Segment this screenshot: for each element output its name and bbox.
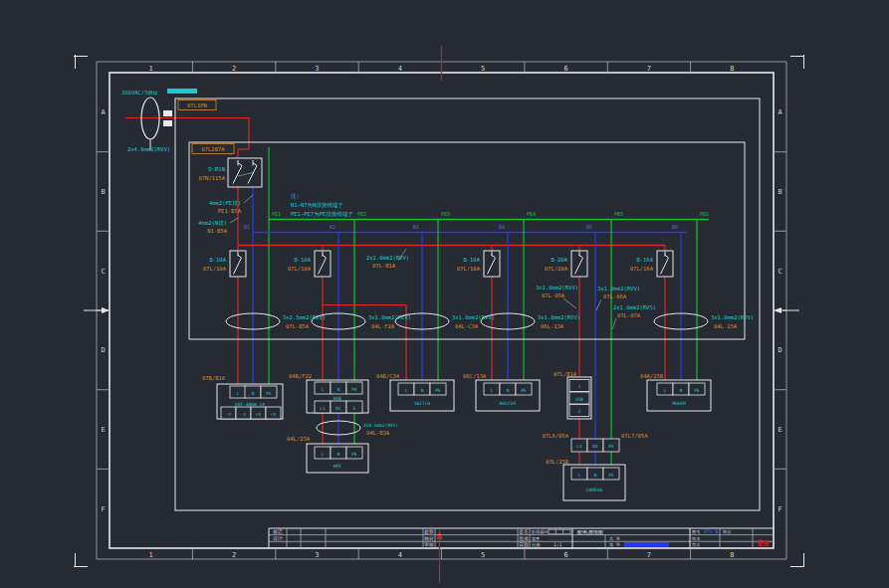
terminal-label: USB	[575, 397, 583, 402]
zone-number: 4	[398, 65, 402, 73]
pe-bus-label: PE1	[272, 211, 281, 217]
row-letter: F	[778, 505, 781, 513]
load-psu: 07B/B16 L N PE DRF-480W-24 -V -V +V +V	[202, 375, 283, 419]
pe-bus-label: PE5	[614, 211, 623, 217]
titleblock-cell: 日期	[519, 542, 529, 547]
sub-panel-outline	[189, 142, 745, 339]
titleblock-cell: 标记	[272, 529, 283, 535]
terminal-label: L	[491, 388, 494, 393]
strip-tag-right: 07L7/05A	[621, 433, 648, 439]
breaker-tag: 07L/10A	[203, 266, 227, 272]
cable-note-tag: 07L-05A	[542, 293, 565, 298]
note-line: N1~N7为N排接线端子	[291, 202, 343, 208]
gland-tag: 04L-B3A	[366, 430, 390, 436]
row-letter: A	[101, 108, 106, 116]
main-breaker: D-RSN 07N/115A	[199, 158, 263, 187]
load-tag: 04L/23A	[287, 436, 311, 442]
breaker-rating: B-10A	[294, 257, 311, 263]
zone-number: 3	[315, 65, 319, 73]
title-block: 标记 设计 处数 校对 审核 签名 批准 日期 阶段标记 重量 比例 1:1 配…	[269, 528, 774, 548]
load-name: HUB	[333, 396, 341, 401]
zone-number: 2	[232, 65, 236, 73]
supply-redacted-bar	[167, 89, 197, 94]
main-breaker-name: D-RSN	[208, 166, 225, 172]
cable-note-spec: 3x1.0mm2(RVV)	[536, 285, 578, 291]
cable-note-tag: 07L-07A	[617, 312, 641, 318]
titleblock-sheets-total: 共 张	[609, 536, 621, 541]
feeder-note-spec: 4mm2(N排)	[198, 220, 227, 226]
n-bus-label: N5	[586, 224, 592, 230]
breaker-rating: B-10A	[209, 257, 226, 263]
note-block: 注: N1~N7为N排接线端子 PE1~PE7为PE排接线端子	[291, 193, 353, 217]
right-center-arrow-icon	[774, 307, 781, 313]
terminal-label: N	[421, 388, 424, 393]
gland-spec: 3x1.0mm2(RVV)	[452, 314, 495, 320]
supply-label: 380VAC/50Hz	[121, 90, 157, 96]
corner-marks	[74, 55, 804, 567]
zone-number: 6	[563, 551, 567, 559]
titleblock-cell: 校对	[423, 536, 434, 541]
gland-spec: 3x1.0mm2(RVV)	[538, 314, 580, 320]
terminal-label: PE	[608, 473, 614, 478]
load-hub: 04B/F22 L N PE HUB L1 N1 E	[289, 373, 368, 413]
terminal-label: L	[322, 387, 325, 392]
terminal-label: PE	[351, 452, 357, 457]
load-name: DRF-480W-24	[235, 402, 265, 407]
zone-dividers	[97, 62, 786, 559]
terminal-label: PE	[435, 388, 441, 393]
gland-spec: 3x2.5mm2(RVV)	[283, 314, 326, 320]
sub-panel-tag: 07L2B7A	[201, 146, 225, 152]
breaker-rating: B-20A	[551, 257, 567, 263]
load-usb: 07L/B1A 1 USB 2	[554, 371, 591, 419]
load-name: ROUTER	[500, 401, 517, 406]
terminal-label: L	[405, 388, 408, 393]
zone-number: 8	[730, 65, 734, 73]
n-bus-label: N1	[244, 224, 250, 230]
titleblock-page-label: 页次	[692, 542, 701, 547]
gland-tag: 04L-F2A	[371, 323, 395, 329]
zone-number: 2	[232, 551, 236, 559]
schematic-drawing: 1 2 3 4 5 6 7 8 1 2 3 4 5 6 7 8 A B C D …	[0, 0, 889, 588]
panel-enclosures: 07L1PN 07L2B7A	[175, 98, 760, 510]
terminal-label: N	[594, 473, 597, 478]
terminal-label: -V	[241, 412, 247, 417]
row-letter: D	[778, 346, 781, 354]
strip-tag-left: 07L6/05A	[543, 433, 569, 439]
pe-bus-label: PE4	[527, 211, 536, 217]
terminal-label: N	[337, 452, 340, 457]
row-letter: E	[778, 426, 781, 434]
load-tag: 07L/B1A	[554, 371, 577, 377]
connector-icon	[163, 110, 172, 116]
terminal-label: PE	[266, 391, 272, 396]
titleblock-mark-label: 版次	[723, 529, 732, 534]
terminal-label: L	[664, 388, 667, 393]
pe-bus-label: PE2	[357, 211, 366, 217]
terminal-label: L	[322, 452, 325, 457]
titleblock-cell: 处数	[424, 528, 434, 535]
note-line: 注:	[291, 193, 300, 199]
row-letter: A	[778, 108, 782, 116]
row-letter: B	[101, 188, 105, 196]
zone-number: 5	[481, 551, 485, 559]
load-tag: 06C/13A	[463, 373, 487, 379]
gland-tag: 07L-B5A	[286, 323, 310, 329]
zone-number: 3	[315, 551, 319, 559]
gland-spec: 3x1.0mm2(RVV)	[711, 314, 754, 320]
control-stamp: 受控	[757, 539, 770, 547]
n-bus-label: N2	[330, 224, 335, 230]
cable-note-tag: 07L-B1A	[372, 263, 396, 269]
breaker-rating: B-10A	[463, 257, 480, 263]
terminal-label: +V	[256, 412, 262, 417]
breaker-tag: 07L/10A	[457, 266, 481, 272]
terminal-label: L3	[576, 444, 582, 449]
n-bus-label: N6	[672, 224, 678, 230]
titleblock-scale-value: 1:1	[554, 542, 562, 547]
breaker-tag: 07L/10A	[288, 266, 312, 272]
gland-tag: 04L-C3A	[455, 323, 479, 329]
load-tag: 03L/25B	[546, 459, 569, 465]
load-hmi: 3x0.5mm2(RVV) 04L-B3A 04L/23A L N PE HMI	[287, 421, 398, 473]
terminal-label: 2	[578, 409, 581, 414]
main-panel-outline	[175, 98, 760, 510]
zone-number: 6	[563, 65, 567, 73]
titleblock-cell: 审核	[424, 541, 434, 547]
